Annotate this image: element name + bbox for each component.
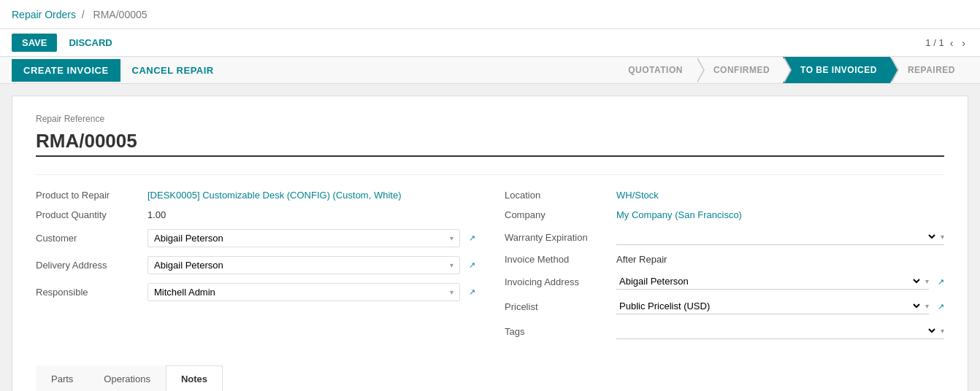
product-quantity-row: Product Quantity 1.00	[36, 209, 475, 220]
invoice-method-label: Invoice Method	[505, 254, 610, 265]
invoicing-address-external-link-icon[interactable]: ↗	[938, 277, 944, 287]
pagination-text: 1 / 1	[925, 37, 943, 48]
customer-row: Customer ▾ ↗	[36, 229, 475, 247]
repair-reference-input[interactable]	[36, 127, 944, 157]
discard-button[interactable]: DISCARD	[63, 34, 118, 52]
tags-field[interactable]: ▾	[616, 323, 944, 339]
pricelist-select[interactable]: Public Pricelist (USD)	[616, 300, 922, 312]
status-bar: CREATE INVOICE CANCEL REPAIR QUOTATION C…	[0, 57, 980, 84]
delivery-address-label: Delivery Address	[36, 260, 142, 271]
customer-dropdown-icon: ▾	[450, 234, 453, 242]
warranty-expiration-label: Warranty Expiration	[505, 232, 610, 243]
responsible-external-link-icon[interactable]: ↗	[469, 287, 475, 297]
customer-label: Customer	[36, 233, 142, 244]
prev-button[interactable]: ‹	[947, 36, 957, 50]
invoicing-address-select[interactable]: Abigail Peterson	[616, 275, 922, 287]
right-column: Location WH/Stock Company My Company (Sa…	[505, 190, 944, 348]
cancel-repair-button[interactable]: CANCEL REPAIR	[123, 59, 223, 82]
pricelist-row: Pricelist Public Pricelist (USD) ▾ ↗	[505, 298, 944, 314]
customer-external-link-icon[interactable]: ↗	[469, 233, 475, 243]
tab-parts[interactable]: Parts	[36, 365, 88, 391]
responsible-row: Responsible ▾ ↗	[36, 283, 475, 301]
product-to-repair-value[interactable]: [DESK0005] Customizable Desk (CONFIG) (C…	[148, 190, 401, 201]
tab-notes[interactable]: Notes	[166, 365, 223, 391]
invoicing-address-row: Invoicing Address Abigail Peterson ▾ ↗	[505, 274, 944, 290]
customer-field[interactable]: ▾	[148, 229, 460, 247]
invoice-method-value: After Repair	[616, 254, 944, 265]
top-bar: Repair Orders / RMA/00005	[0, 0, 980, 29]
status-step-quotation[interactable]: QUOTATION	[610, 57, 696, 83]
location-label: Location	[505, 190, 610, 201]
company-row: Company My Company (San Francisco)	[505, 209, 944, 220]
delivery-address-dropdown-icon: ▾	[450, 261, 453, 269]
responsible-input[interactable]	[154, 287, 447, 298]
breadcrumb-separator: /	[82, 9, 85, 20]
warranty-expiration-row: Warranty Expiration ▾	[505, 229, 944, 245]
status-step-to-be-invoiced[interactable]: TO BE INVOICED	[783, 57, 890, 83]
form-divider	[36, 174, 944, 175]
pagination: 1 / 1 ‹ ›	[925, 36, 968, 50]
create-invoice-button[interactable]: CREATE INVOICE	[12, 59, 120, 82]
tags-row: Tags ▾	[505, 323, 944, 339]
product-to-repair-label: Product to Repair	[36, 190, 142, 201]
tags-select[interactable]	[616, 325, 938, 337]
delivery-address-row: Delivery Address ▾ ↗	[36, 256, 475, 274]
responsible-field[interactable]: ▾	[148, 283, 460, 301]
product-to-repair-row: Product to Repair [DESK0005] Customizabl…	[36, 190, 475, 201]
location-value[interactable]: WH/Stock	[616, 190, 659, 201]
location-row: Location WH/Stock	[505, 190, 944, 201]
form-columns: Product to Repair [DESK0005] Customizabl…	[36, 190, 944, 348]
tags-dropdown-icon: ▾	[941, 327, 944, 335]
warranty-expiration-select[interactable]	[616, 231, 938, 243]
tab-operations[interactable]: Operations	[88, 365, 166, 391]
invoicing-address-dropdown-icon: ▾	[925, 277, 929, 285]
delivery-address-external-link-icon[interactable]: ↗	[469, 260, 475, 270]
pricelist-external-link-icon[interactable]: ↗	[938, 302, 944, 311]
status-step-confirmed[interactable]: CONFIRMED	[696, 57, 783, 83]
product-quantity-value: 1.00	[148, 209, 475, 220]
invoicing-address-label: Invoicing Address	[505, 276, 610, 287]
action-bar: SAVE DISCARD 1 / 1 ‹ ›	[0, 29, 980, 57]
status-step-repaired[interactable]: REPAIRED	[890, 57, 968, 83]
status-steps: QUOTATION CONFIRMED TO BE INVOICED REPAI…	[610, 57, 968, 83]
repair-reference-label: Repair Reference	[36, 114, 944, 124]
responsible-dropdown-icon: ▾	[450, 288, 453, 296]
warranty-expiration-dropdown-icon: ▾	[941, 233, 944, 241]
pricelist-dropdown-icon: ▾	[925, 302, 929, 310]
left-column: Product to Repair [DESK0005] Customizabl…	[36, 190, 475, 348]
delivery-address-field[interactable]: ▾	[148, 256, 460, 274]
save-button[interactable]: SAVE	[12, 34, 57, 52]
product-quantity-label: Product Quantity	[36, 209, 142, 220]
company-value[interactable]: My Company (San Francisco)	[616, 209, 742, 220]
customer-input[interactable]	[154, 233, 447, 244]
company-label: Company	[505, 209, 610, 220]
breadcrumb-current: RMA/00005	[93, 9, 148, 20]
invoicing-address-field[interactable]: Abigail Peterson ▾	[616, 274, 929, 290]
tags-label: Tags	[505, 326, 610, 337]
delivery-address-input[interactable]	[154, 260, 447, 271]
form-card: Repair Reference Product to Repair [DESK…	[12, 96, 968, 391]
breadcrumb: Repair Orders / RMA/00005	[12, 9, 150, 20]
responsible-label: Responsible	[36, 287, 142, 298]
tabs-bar: Parts Operations Notes	[36, 365, 944, 391]
pricelist-label: Pricelist	[505, 301, 610, 312]
breadcrumb-parent[interactable]: Repair Orders	[12, 9, 76, 20]
warranty-expiration-field[interactable]: ▾	[616, 229, 944, 245]
invoice-method-row: Invoice Method After Repair	[505, 254, 944, 265]
pricelist-field[interactable]: Public Pricelist (USD) ▾	[616, 298, 929, 314]
main-content: Repair Reference Product to Repair [DESK…	[0, 84, 980, 391]
next-button[interactable]: ›	[959, 36, 968, 50]
